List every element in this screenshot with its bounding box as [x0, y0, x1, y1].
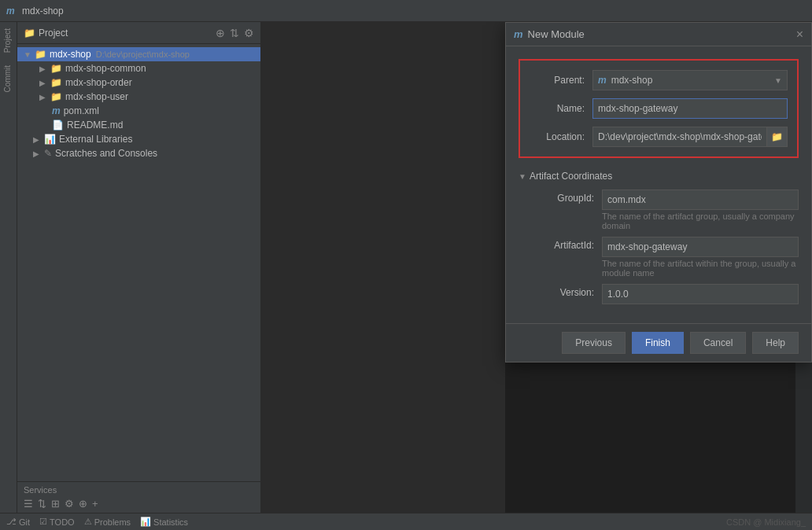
status-bar: ⎇ Git ☑ TODO ⚠ Problems 📊 Statistics CSD… — [0, 513, 812, 530]
dialog-overlay: m New Module × Parent: m mdx-shop — [505, 22, 812, 513]
item-label: External Libraries — [59, 134, 132, 145]
sync-icon[interactable]: ⇅ — [230, 27, 239, 39]
add-icon[interactable]: ⊕ — [216, 27, 225, 39]
help-button[interactable]: Help — [752, 332, 799, 354]
arrow-icon: ▶ — [33, 149, 42, 158]
location-browse-button[interactable]: 📁 — [767, 127, 788, 147]
scratches-icon: ✎ — [44, 148, 52, 159]
highlight-section: Parent: m mdx-shop ▼ Name: — [519, 59, 799, 158]
tree-item-readme[interactable]: 📄 README.md — [17, 118, 260, 132]
parent-select[interactable]: m mdx-shop ▼ — [592, 70, 788, 90]
services-icon-4[interactable]: ⚙ — [65, 498, 74, 510]
project-header-actions: ⊕ ⇅ ⚙ — [216, 27, 254, 39]
name-input[interactable] — [592, 98, 788, 119]
dialog-title: New Module — [528, 28, 796, 40]
dialog-body: Parent: m mdx-shop ▼ Name: — [506, 46, 811, 323]
location-label: Location: — [530, 131, 585, 142]
project-header: 📁 Project ⊕ ⇅ ⚙ — [17, 22, 260, 44]
side-tab-commit[interactable]: Commit — [0, 59, 17, 98]
problems-status[interactable]: ⚠ Problems — [84, 517, 131, 527]
services-label: Services — [24, 485, 57, 495]
tree-item-user[interactable]: ▶ 📁 mdx-shop-user — [17, 90, 260, 104]
project-tree: ▼ 📁 mdx-shop D:\dev\project\mdx-shop ▶ 📁… — [17, 44, 260, 481]
tree-item-pom[interactable]: m pom.xml — [17, 104, 260, 118]
side-tab-project[interactable]: Project — [0, 22, 17, 59]
content-area: Structure Favorites Web m New Module × — [261, 22, 812, 513]
todo-status[interactable]: ☑ TODO — [39, 517, 75, 527]
settings-icon[interactable]: ⚙ — [244, 27, 254, 39]
statistics-label: Statistics — [153, 517, 188, 527]
services-toolbar: ☰ ⇅ ⊞ ⚙ ⊕ + — [24, 498, 254, 510]
project-folder-icon: 📁 — [24, 28, 35, 39]
services-bar: Services ☰ ⇅ ⊞ ⚙ ⊕ + — [17, 481, 260, 513]
main-area: Project Commit 📁 Project ⊕ ⇅ ⚙ ▼ 📁 mdx-s… — [0, 22, 812, 513]
services-icon-1[interactable]: ☰ — [24, 498, 33, 510]
services-icon-2[interactable]: ⇅ — [38, 498, 46, 510]
tree-item-scratches[interactable]: ▶ ✎ Scratches and Consoles — [17, 146, 260, 160]
app-title: mdx-shop — [22, 6, 64, 17]
version-input[interactable] — [602, 284, 799, 304]
arrow-icon: ▼ — [24, 50, 33, 59]
watermark: CSDN @ Midixiang_ — [726, 517, 806, 527]
location-row: Location: 📁 — [530, 127, 788, 147]
artifactid-row: ArtifactId: The name of the artifact wit… — [531, 237, 799, 278]
dialog-title-icon: m — [514, 28, 523, 40]
app-icon: m — [6, 6, 17, 17]
todo-icon: ☑ — [39, 517, 47, 527]
arrow-icon: ▶ — [33, 135, 42, 144]
finish-button[interactable]: Finish — [632, 332, 684, 354]
arrow-icon: ▶ — [39, 79, 49, 87]
item-label: mdx-shop-user — [65, 91, 128, 102]
artifact-form: GroupId: The name of the artifact group,… — [519, 190, 799, 304]
project-panel: 📁 Project ⊕ ⇅ ⚙ ▼ 📁 mdx-shop D:\dev\proj… — [17, 22, 261, 513]
new-module-dialog: m New Module × Parent: m mdx-shop — [505, 22, 812, 363]
problems-icon: ⚠ — [84, 517, 92, 527]
maven-icon: m — [52, 105, 61, 116]
tree-item-common[interactable]: ▶ 📁 mdx-shop-common — [17, 61, 260, 75]
location-input-group: 📁 — [592, 127, 788, 147]
folder-icon: 📁 — [50, 91, 62, 102]
root-folder-icon: 📁 — [35, 49, 46, 60]
problems-label: Problems — [94, 517, 131, 527]
item-label: Scratches and Consoles — [55, 148, 157, 159]
dialog-title-bar: m New Module × — [506, 23, 811, 46]
cancel-button[interactable]: Cancel — [690, 332, 746, 354]
artifact-section-header[interactable]: ▼ Artifact Coordinates — [519, 171, 799, 182]
root-label: mdx-shop — [50, 49, 91, 60]
tree-item-order[interactable]: ▶ 📁 mdx-shop-order — [17, 75, 260, 90]
groupid-hint: The name of the artifact group, usually … — [602, 212, 799, 230]
dialog-footer: Previous Finish Cancel Help — [506, 323, 811, 362]
git-label: Git — [19, 517, 30, 527]
tree-item-external-libs[interactable]: ▶ 📊 External Libraries — [17, 132, 260, 146]
folder-icon: 📁 — [50, 63, 62, 74]
folder-open-icon: 📁 — [771, 131, 783, 142]
project-header-title: Project — [39, 28, 216, 39]
previous-button[interactable]: Previous — [562, 332, 626, 354]
location-input[interactable] — [592, 127, 767, 147]
parent-label: Parent: — [530, 75, 585, 86]
services-icon-6[interactable]: + — [92, 498, 98, 510]
services-icon-5[interactable]: ⊕ — [79, 498, 87, 510]
artifactid-label: ArtifactId: — [531, 237, 594, 251]
groupid-input[interactable] — [602, 190, 799, 210]
services-icon-3[interactable]: ⊞ — [51, 498, 60, 510]
dropdown-arrow-icon: ▼ — [774, 76, 782, 85]
git-status[interactable]: ⎇ Git — [6, 517, 30, 527]
item-label: mdx-shop-common — [65, 63, 146, 74]
groupid-label: GroupId: — [531, 190, 594, 204]
tree-item-root[interactable]: ▼ 📁 mdx-shop D:\dev\project\mdx-shop — [17, 47, 260, 61]
artifact-section-title: Artifact Coordinates — [530, 171, 612, 182]
name-row: Name: — [530, 98, 788, 119]
artifactid-hint: The name of the artifact within the grou… — [602, 259, 799, 278]
item-label: pom.xml — [64, 105, 99, 116]
arrow-icon: ▶ — [39, 64, 49, 73]
artifactid-input-group: The name of the artifact within the grou… — [602, 237, 799, 278]
artifactid-input[interactable] — [602, 237, 799, 257]
name-label: Name: — [530, 103, 585, 114]
statistics-status[interactable]: 📊 Statistics — [140, 517, 188, 527]
dialog-close-button[interactable]: × — [796, 28, 803, 42]
parent-row: Parent: m mdx-shop ▼ — [530, 70, 788, 90]
item-label: README.md — [67, 120, 123, 131]
item-label: mdx-shop-order — [65, 77, 132, 88]
title-bar: m mdx-shop — [0, 0, 812, 22]
